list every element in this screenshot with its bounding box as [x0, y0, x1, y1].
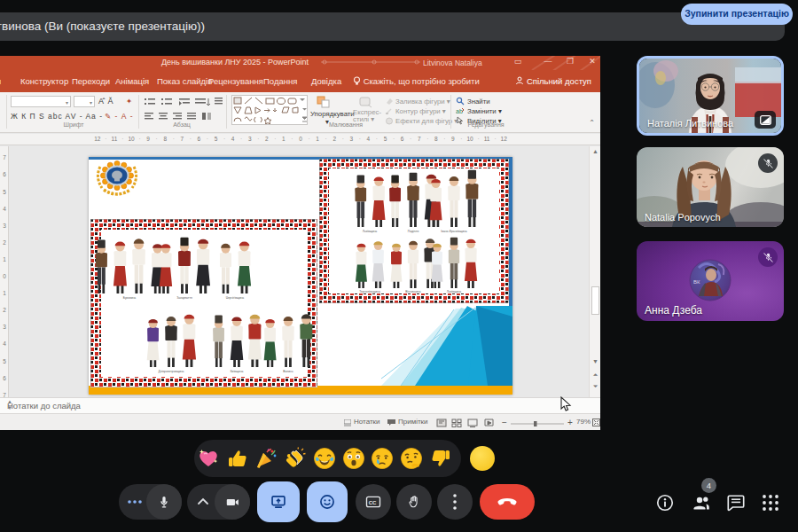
- grow-shrink-font-buttons[interactable]: А̂ А̌: [98, 97, 114, 106]
- minimize-icon[interactable]: —: [542, 57, 554, 66]
- slide[interactable]: БуковинаЗакарпаттяЧернігівщинаДніпропетр…: [89, 157, 512, 395]
- scrollbar-thumb[interactable]: [591, 286, 599, 315]
- captions-button[interactable]: CC: [356, 484, 391, 520]
- costumes-image-left[interactable]: БуковинаЗакарпаттяЧернігівщинаДніпропетр…: [90, 219, 317, 387]
- apps-button[interactable]: [758, 490, 783, 515]
- reaction-thumbs-up[interactable]: [226, 447, 249, 470]
- ppt-tab-5[interactable]: Показ слайдів: [157, 70, 212, 92]
- hruler-number: 1: [316, 136, 319, 142]
- shape-fill-button[interactable]: Заливка фігури ▾: [395, 98, 450, 106]
- reaction-party-popper[interactable]: [254, 447, 278, 470]
- hruler-tick: ·: [240, 136, 242, 142]
- ppt-tab-4[interactable]: Анімація: [115, 70, 149, 92]
- people-icon: [691, 492, 712, 513]
- svg-text:Дніпропетровщина: Дніпропетровщина: [159, 370, 184, 373]
- ppt-statusbar: Нотатки Примітки − + 79%: [0, 413, 600, 430]
- vruler-number: 4: [1, 205, 8, 211]
- reaction-thumbs-down[interactable]: [429, 447, 452, 470]
- ribbon-display-options-icon[interactable]: ▭: [512, 57, 524, 66]
- font-color-buttons[interactable]: ✎ - А -: [105, 112, 134, 121]
- tell-me-box[interactable]: Скажіть, що потрібно зробити: [353, 70, 480, 92]
- font-name-combobox[interactable]: ▾: [11, 96, 71, 107]
- arrange-button[interactable]: Упорядкувати: [310, 110, 355, 118]
- group-label-paragraph: Абзац: [160, 121, 204, 128]
- reaction-face-with-tears-of-joy[interactable]: [313, 447, 336, 470]
- restore-icon[interactable]: ❐: [564, 57, 576, 66]
- find-button[interactable]: Знайти: [467, 98, 490, 106]
- participant-tile-litvinova[interactable]: Наталія Литвинова: [637, 56, 784, 136]
- next-slide-icon[interactable]: ⏷: [590, 383, 600, 390]
- zoom-slider[interactable]: [511, 421, 564, 426]
- view-buttons[interactable]: [436, 419, 495, 427]
- camera-button[interactable]: [215, 484, 250, 520]
- audio-options-icon[interactable]: [127, 499, 143, 505]
- skin-tone-selector[interactable]: [470, 446, 495, 471]
- horizontal-ruler[interactable]: 12·11·10·9·8·7·6·5·4·3·2·1·0·1·2·3·4·5·6…: [0, 134, 600, 145]
- hruler-tick: ·: [207, 136, 208, 142]
- reaction-crying-face[interactable]: [371, 447, 394, 470]
- costumes-image-right[interactable]: ЛьвівщинаПоділляІвано-ФранківщинаТернопі…: [319, 159, 509, 303]
- hruler-number: 5: [215, 136, 218, 142]
- shape-outline-button[interactable]: Контур фігури ▾: [395, 107, 446, 115]
- close-icon[interactable]: ✕: [586, 57, 598, 66]
- reaction-astonished-face[interactable]: [342, 447, 365, 470]
- stop-presentation-button[interactable]: Зупинити презентацію: [681, 4, 793, 25]
- participant-tile-popovych[interactable]: Natalia Popovych: [637, 147, 784, 227]
- more-options-button[interactable]: [437, 484, 473, 520]
- people-button[interactable]: [689, 490, 714, 515]
- previous-slide-icon[interactable]: ⏶: [590, 372, 600, 379]
- vruler-number: 5: [1, 357, 8, 364]
- participant-tile-dzeba[interactable]: ВК Анна Дзеба: [637, 241, 784, 321]
- font-style-buttons[interactable]: Ж К П S abc AV - Aa -: [11, 112, 103, 121]
- hruler-number: 7: [418, 136, 421, 142]
- notes-pane[interactable]: Нотатки до слайда ▲▼: [0, 397, 600, 413]
- svg-text:Поділля: Поділля: [408, 230, 419, 233]
- ppt-tab-7[interactable]: Подання: [263, 70, 297, 92]
- ppt-tab-1[interactable]: я: [0, 70, 1, 92]
- reaction-sparkling-heart[interactable]: [197, 447, 220, 470]
- present-button[interactable]: [257, 481, 300, 522]
- notes-toggle[interactable]: Нотатки: [354, 418, 380, 426]
- collapse-ribbon-icon[interactable]: ⌃: [589, 119, 595, 127]
- mouse-cursor: [560, 396, 573, 412]
- zoom-out-button[interactable]: −: [502, 418, 507, 427]
- comments-toggle[interactable]: Примітки: [398, 418, 428, 426]
- zoom-in-button[interactable]: +: [567, 418, 573, 427]
- ppt-tab-6[interactable]: Рецензування: [208, 70, 263, 92]
- mic-button[interactable]: [146, 484, 182, 520]
- presenting-banner: Наталія Литвинова (Ви (показуєте презент…: [0, 12, 785, 41]
- participant-name: Natalia Popovych: [645, 212, 721, 223]
- raise-hand-button[interactable]: [396, 484, 432, 520]
- more-vert-icon: [453, 494, 457, 510]
- notes-spinner[interactable]: ▲▼: [7, 399, 598, 411]
- video-options-icon[interactable]: [197, 497, 209, 506]
- list-indent-buttons[interactable]: [144, 97, 223, 107]
- vertical-ruler[interactable]: 765432101234567: [0, 146, 9, 397]
- arrange-icon: [317, 96, 331, 108]
- replace-button[interactable]: Замінити ▾: [467, 107, 502, 115]
- font-size-combobox[interactable]: ▾: [74, 96, 95, 107]
- shared-screen-powerpoint[interactable]: День вишиванки ЛНУ 2025 - PowerPoint Lit…: [0, 56, 600, 430]
- vertical-scrollbar[interactable]: ▲ ▼ ⏶ ⏷: [589, 146, 600, 397]
- end-call-button[interactable]: [480, 484, 535, 520]
- ppt-ribbon-tabs: Скажіть, що потрібно зробити Спільний до…: [0, 70, 600, 92]
- smiley-icon: [318, 493, 336, 511]
- ppt-titlebar: День вишиванки ЛНУ 2025 - PowerPoint Lit…: [0, 56, 600, 70]
- reaction-thinking-face[interactable]: [400, 447, 423, 470]
- fit-to-window-icon[interactable]: [592, 419, 600, 426]
- reactions-button[interactable]: [307, 481, 348, 522]
- hruler-number: 9: [451, 136, 455, 142]
- meeting-details-button[interactable]: [653, 490, 677, 515]
- reaction-clapping-hands[interactable]: [284, 447, 307, 470]
- chat-button[interactable]: [724, 490, 748, 515]
- scroll-up-icon[interactable]: ▲: [590, 148, 600, 154]
- ppt-tab-3[interactable]: Переходи: [72, 70, 110, 92]
- ppt-tab-2[interactable]: Конструктор: [20, 70, 68, 92]
- clear-formatting-button[interactable]: ✦: [126, 97, 133, 106]
- scroll-down-icon[interactable]: ▼: [590, 358, 600, 364]
- ppt-tab-8[interactable]: Довідка: [311, 70, 341, 92]
- group-label-drawing: Малювання: [293, 121, 399, 128]
- share-access-button[interactable]: Спільний доступ: [515, 70, 591, 92]
- shape-effects-button[interactable]: Ефекти для фігур ▾: [395, 117, 458, 125]
- slide-canvas[interactable]: 765432101234567: [0, 146, 600, 397]
